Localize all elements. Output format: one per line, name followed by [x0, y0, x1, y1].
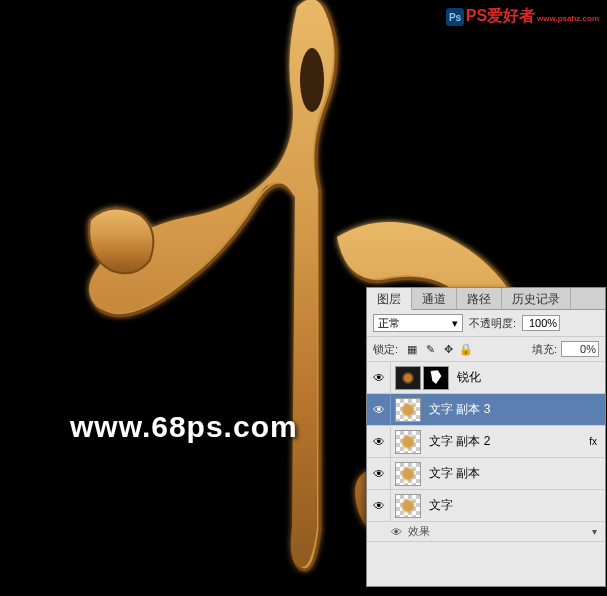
ps-logo-icon: Ps [446, 8, 464, 26]
panel-tabs: 图层 通道 路径 历史记录 [367, 288, 605, 310]
layers-list: 👁 锐化 👁 文字 副本 3 👁 文字 副本 2 fx 👁 [367, 362, 605, 542]
lock-position-icon[interactable]: ✥ [440, 341, 456, 357]
visibility-eye-icon[interactable]: 👁 [373, 499, 385, 513]
lock-transparent-icon[interactable]: ▦ [404, 341, 420, 357]
lock-fill-row: 锁定: ▦ ✎ ✥ 🔒 填充: 0% [367, 337, 605, 362]
lock-label: 锁定: [373, 342, 398, 357]
layers-panel: 图层 通道 路径 历史记录 正常 ▾ 不透明度: 100% 锁定: ▦ ✎ ✥ … [366, 287, 606, 587]
svg-text:Ps: Ps [449, 12, 462, 23]
layer-row-text-copy-2[interactable]: 👁 文字 副本 2 fx [367, 426, 605, 458]
opacity-label: 不透明度: [469, 316, 516, 331]
blend-mode-select[interactable]: 正常 ▾ [373, 314, 463, 332]
layer-row-text-copy[interactable]: 👁 文字 副本 [367, 458, 605, 490]
layer-thumbnail[interactable] [395, 462, 421, 486]
visibility-eye-icon[interactable]: 👁 [373, 467, 385, 481]
layer-name[interactable]: 文字 副本 [425, 465, 480, 482]
lock-all-icon[interactable]: 🔒 [458, 341, 474, 357]
layer-thumbnail[interactable] [395, 430, 421, 454]
visibility-eye-icon[interactable]: 👁 [373, 371, 385, 385]
svg-point-0 [300, 48, 324, 112]
chevron-down-icon: ▾ [452, 317, 458, 330]
tab-layers[interactable]: 图层 [367, 288, 412, 310]
tab-history[interactable]: 历史记录 [502, 288, 571, 309]
fill-input[interactable]: 0% [561, 341, 599, 357]
fill-label: 填充: [532, 342, 557, 357]
layer-thumbnail[interactable] [395, 398, 421, 422]
layer-thumbnail[interactable] [395, 366, 421, 390]
layer-name[interactable]: 锐化 [453, 369, 481, 386]
lock-image-icon[interactable]: ✎ [422, 341, 438, 357]
tab-channels[interactable]: 通道 [412, 288, 457, 309]
effects-label: 效果 [408, 524, 430, 539]
layer-mask-thumbnail[interactable] [423, 366, 449, 390]
layer-row-text-copy-3[interactable]: 👁 文字 副本 3 [367, 394, 605, 426]
layer-name[interactable]: 文字 副本 2 [425, 433, 490, 450]
opacity-input[interactable]: 100% [522, 315, 560, 331]
chevron-down-icon[interactable]: ▾ [592, 526, 597, 537]
visibility-eye-icon[interactable]: 👁 [373, 403, 385, 417]
visibility-eye-icon[interactable]: 👁 [391, 526, 402, 538]
blend-opacity-row: 正常 ▾ 不透明度: 100% [367, 310, 605, 337]
layer-row-sharpen[interactable]: 👁 锐化 [367, 362, 605, 394]
watermark-url: www.68ps.com [70, 410, 298, 444]
layer-name[interactable]: 文字 副本 3 [425, 401, 490, 418]
layer-thumbnail[interactable] [395, 494, 421, 518]
layer-row-text[interactable]: 👁 文字 [367, 490, 605, 522]
watermark-brand: Ps PS爱好者 www.psahz.com [446, 6, 599, 27]
fx-badge[interactable]: fx [589, 436, 597, 447]
tab-paths[interactable]: 路径 [457, 288, 502, 309]
layer-effects-row[interactable]: 👁 效果 ▾ [367, 522, 605, 542]
layer-name[interactable]: 文字 [425, 497, 453, 514]
visibility-eye-icon[interactable]: 👁 [373, 435, 385, 449]
